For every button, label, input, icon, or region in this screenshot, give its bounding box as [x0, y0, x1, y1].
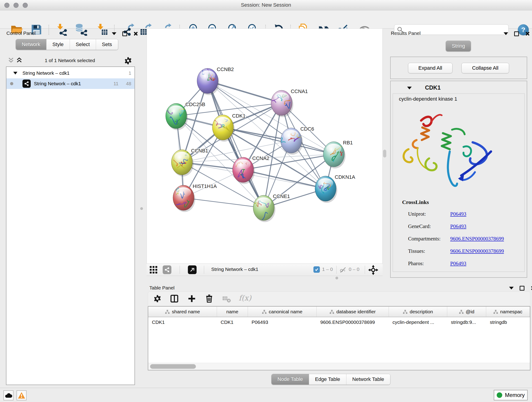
panel-float-icon[interactable]	[514, 32, 519, 36]
birds-eye-view-icon[interactable]	[188, 265, 196, 274]
graph-edge[interactable]	[184, 198, 264, 208]
show-columns-icon[interactable]	[170, 294, 179, 304]
node-label: RB1	[343, 140, 353, 146]
gene-symbol: CDK1	[425, 84, 441, 91]
tab-string[interactable]: String	[446, 41, 471, 51]
table-cell[interactable]: 9606.ENSP00000378699	[317, 319, 389, 325]
network-overview-icon[interactable]	[163, 265, 171, 274]
crosslink-label: GeneCard:	[408, 223, 450, 230]
table-cell[interactable]: stringdb	[486, 319, 530, 325]
graph-node-ccna1[interactable]: CCNA1	[271, 89, 308, 117]
table-options-gear-icon[interactable]	[153, 294, 162, 304]
column-header-description[interactable]: description	[389, 307, 447, 317]
node-label: HIST1H1A	[193, 183, 217, 189]
crosslink-link[interactable]: 9606.ENSP00000378699	[450, 236, 504, 242]
section-collapse-icon[interactable]	[407, 87, 412, 89]
network-selection-status: 1 of 1 Network selected	[32, 58, 108, 63]
network-canvas[interactable]: CCNB2CCNA1CDC25BCDK1CDC6RB1CCNB1CCNA2CDK…	[147, 28, 383, 264]
scrollbar-thumb[interactable]	[150, 364, 196, 369]
crosslinks-title: CrossLinks	[402, 199, 429, 205]
graph-node-ccna2[interactable]: CCNA2	[233, 155, 269, 184]
node-label: CCNB1	[191, 148, 208, 153]
table-panel-controls	[509, 286, 532, 291]
panel-menu-icon[interactable]	[112, 32, 116, 35]
table-cell[interactable]: cyclin-dependent ...	[389, 319, 447, 325]
graph-edge[interactable]	[243, 170, 326, 189]
panel-close-icon[interactable]	[530, 286, 532, 291]
panel-float-icon[interactable]	[520, 286, 525, 291]
crosslink-link[interactable]: P06493	[450, 211, 466, 217]
graph-node-ccne1[interactable]: CCNE1	[251, 193, 290, 222]
panel-menu-icon[interactable]	[504, 32, 508, 35]
column-header--id[interactable]: @id	[447, 307, 486, 317]
collapse-all-tree-icon[interactable]	[8, 57, 14, 64]
graph-node-hist1h1a[interactable]: HIST1H1A	[173, 183, 217, 212]
import-network-from-database-icon[interactable]	[75, 23, 87, 36]
collapse-all-button[interactable]: Collapse All	[462, 63, 509, 73]
graph-node-ccnb2[interactable]: CCNB2	[197, 66, 234, 95]
table-cell[interactable]: P06493	[248, 319, 317, 325]
expand-all-tree-icon[interactable]	[16, 57, 22, 64]
control-panel-tabs: NetworkStyleSelectSets	[16, 39, 118, 50]
table-cell[interactable]: stringdb:9...	[447, 319, 486, 325]
tab-style[interactable]: Style	[46, 39, 70, 50]
tree-expand-icon[interactable]	[13, 72, 17, 75]
splitter-handle[interactable]	[336, 277, 338, 279]
status-bar: Memory	[0, 388, 532, 402]
column-header-canonical-name[interactable]: canonical name	[248, 307, 317, 317]
fit-content-crosshair-icon[interactable]	[368, 265, 379, 276]
node-label: CCNA2	[252, 155, 269, 161]
warning-icon[interactable]	[17, 390, 27, 400]
column-header-namespac[interactable]: namespac	[486, 307, 530, 317]
gene-section: CDK1 cyclin-dependent kinase 1	[390, 81, 527, 278]
crosslink-link[interactable]: 9606.ENSP00000378699	[450, 248, 504, 254]
create-column-icon[interactable]	[187, 294, 196, 304]
application-window: Session: New Session	[0, 0, 532, 402]
panel-menu-icon[interactable]	[509, 287, 514, 289]
table-cell[interactable]: CDK1	[217, 319, 248, 325]
crosslink-row: GeneCard:P06493	[408, 220, 518, 233]
tab-network[interactable]: Network	[16, 39, 46, 50]
expand-all-button[interactable]: Expand All	[408, 63, 452, 73]
crosslink-link[interactable]: P06493	[450, 223, 466, 230]
cloud-icon[interactable]	[3, 390, 13, 400]
tab-node-table[interactable]: Node Table	[272, 374, 309, 385]
panel-close-icon[interactable]	[133, 31, 138, 36]
column-header-name[interactable]: name	[217, 307, 248, 317]
splitter-handle[interactable]	[383, 150, 386, 157]
table-row[interactable]: CDK1CDK1P064939606.ENSP00000378699cyclin…	[148, 317, 530, 327]
tab-network-table[interactable]: Network Table	[346, 374, 390, 385]
crosslink-link[interactable]: P06493	[450, 261, 466, 267]
delete-column-trash-icon[interactable]	[205, 294, 214, 304]
graph-node-ccnb1[interactable]: CCNB1	[171, 147, 208, 177]
graph-node-cdc6[interactable]: CDC6	[279, 126, 314, 155]
tab-sets[interactable]: Sets	[96, 39, 118, 50]
import-table-from-file-icon[interactable]	[96, 23, 108, 36]
results-panel-controls	[504, 31, 530, 36]
column-header-shared-name[interactable]: shared name	[148, 307, 217, 317]
tab-edge-table[interactable]: Edge Table	[309, 374, 346, 385]
control-panel-controls	[112, 31, 138, 36]
thumbnail-grid-icon[interactable]	[149, 266, 158, 275]
network-collection-row[interactable]: String Network – cdk1 1	[6, 68, 134, 78]
column-label: namespac	[500, 309, 522, 314]
splitter-handle[interactable]	[140, 207, 143, 210]
graph-node-cdkn1a[interactable]: CDKN1A	[315, 174, 355, 203]
column-header-database-identifier[interactable]: database identifier	[317, 307, 389, 317]
column-label: name	[226, 309, 239, 314]
import-network-from-file-icon[interactable]	[56, 23, 68, 36]
panel-float-icon[interactable]	[122, 32, 127, 36]
panel-close-icon[interactable]	[525, 31, 530, 36]
selected-checkbox-icon[interactable]	[313, 266, 320, 273]
table-horizontal-scrollbar[interactable]	[148, 363, 530, 370]
network-options-gear-icon[interactable]	[124, 56, 133, 66]
table-cell[interactable]: CDK1	[148, 319, 217, 325]
graph-node-rb1[interactable]: RB1	[323, 140, 353, 168]
function-builder-icon: f(x)	[239, 294, 251, 302]
table-panel-title: Table Panel	[149, 285, 175, 291]
memory-button[interactable]: Memory	[494, 390, 528, 400]
tab-select[interactable]: Select	[70, 39, 96, 50]
network-row-selected[interactable]: String Network – cdk1 11 48	[6, 78, 134, 89]
crosslink-row: Compartments:9606.ENSP00000378699	[408, 233, 518, 245]
graph-node-cdc25b[interactable]: CDC25B	[165, 102, 205, 130]
